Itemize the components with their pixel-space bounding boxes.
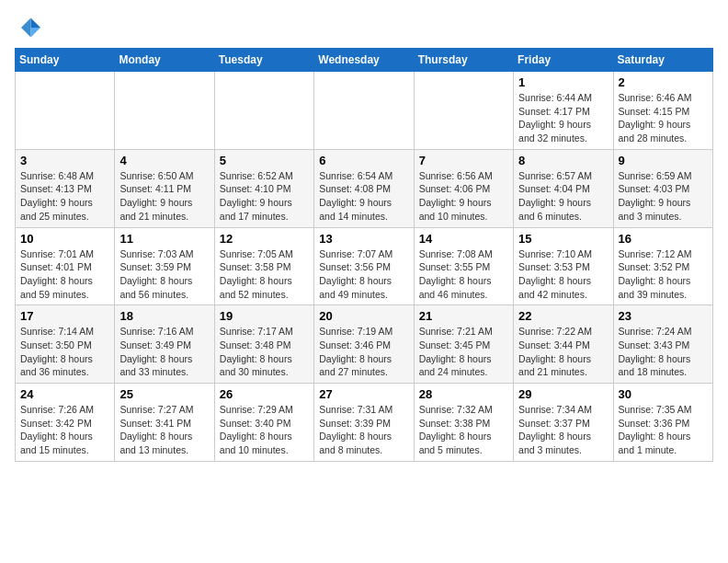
day-number: 16 [619, 232, 708, 246]
day-info: Sunrise: 7:17 AM Sunset: 3:48 PM Dayligh… [220, 325, 309, 379]
weekday-header: Thursday [414, 49, 513, 72]
calendar-cell: 6Sunrise: 6:54 AM Sunset: 4:08 PM Daylig… [314, 149, 414, 227]
day-number: 23 [619, 309, 708, 323]
day-info: Sunrise: 7:26 AM Sunset: 3:42 PM Dayligh… [20, 403, 109, 457]
calendar-cell: 12Sunrise: 7:05 AM Sunset: 3:58 PM Dayli… [214, 227, 313, 305]
weekday-header: Tuesday [214, 49, 313, 72]
calendar-cell: 5Sunrise: 6:52 AM Sunset: 4:10 PM Daylig… [214, 149, 313, 227]
day-info: Sunrise: 7:07 AM Sunset: 3:56 PM Dayligh… [319, 247, 408, 302]
day-number: 7 [419, 154, 508, 167]
day-number: 15 [518, 232, 608, 246]
day-info: Sunrise: 7:03 AM Sunset: 3:59 PM Dayligh… [119, 247, 209, 302]
day-number: 20 [319, 309, 408, 323]
day-info: Sunrise: 6:48 AM Sunset: 4:13 PM Dayligh… [20, 169, 109, 224]
calendar-cell: 19Sunrise: 7:17 AM Sunset: 3:48 PM Dayli… [214, 305, 313, 384]
calendar-header: SundayMondayTuesdayWednesdayThursdayFrid… [16, 49, 713, 72]
svg-marker-0 [31, 18, 41, 29]
weekday-header: Sunday [16, 49, 115, 72]
calendar-cell [16, 72, 115, 150]
calendar-cell: 17Sunrise: 7:14 AM Sunset: 3:50 PM Dayli… [16, 305, 115, 384]
day-info: Sunrise: 7:34 AM Sunset: 3:37 PM Dayligh… [518, 403, 608, 457]
calendar-cell: 10Sunrise: 7:01 AM Sunset: 4:01 PM Dayli… [16, 227, 115, 305]
calendar-cell: 14Sunrise: 7:08 AM Sunset: 3:55 PM Dayli… [414, 227, 513, 305]
day-info: Sunrise: 6:50 AM Sunset: 4:11 PM Dayligh… [119, 169, 209, 224]
day-number: 18 [119, 309, 209, 323]
day-number: 10 [20, 232, 109, 246]
day-number: 12 [220, 232, 309, 246]
day-number: 11 [119, 232, 209, 246]
calendar-cell: 4Sunrise: 6:50 AM Sunset: 4:11 PM Daylig… [115, 149, 214, 227]
svg-marker-1 [31, 28, 41, 38]
calendar-cell: 7Sunrise: 6:56 AM Sunset: 4:06 PM Daylig… [414, 149, 513, 227]
day-info: Sunrise: 7:35 AM Sunset: 3:36 PM Dayligh… [619, 403, 708, 457]
day-info: Sunrise: 7:14 AM Sunset: 3:50 PM Dayligh… [20, 325, 109, 379]
day-info: Sunrise: 6:54 AM Sunset: 4:08 PM Dayligh… [319, 169, 408, 224]
calendar-cell: 8Sunrise: 6:57 AM Sunset: 4:04 PM Daylig… [514, 149, 613, 227]
calendar-cell: 3Sunrise: 6:48 AM Sunset: 4:13 PM Daylig… [16, 149, 115, 227]
calendar-cell: 27Sunrise: 7:31 AM Sunset: 3:39 PM Dayli… [314, 384, 414, 462]
logo-icon [15, 15, 40, 40]
day-number: 8 [518, 154, 608, 167]
calendar-week-row: 17Sunrise: 7:14 AM Sunset: 3:50 PM Dayli… [16, 305, 713, 384]
day-info: Sunrise: 7:12 AM Sunset: 3:52 PM Dayligh… [619, 247, 708, 302]
day-info: Sunrise: 7:05 AM Sunset: 3:58 PM Dayligh… [220, 247, 309, 302]
calendar-cell [314, 72, 414, 150]
calendar-cell: 29Sunrise: 7:34 AM Sunset: 3:37 PM Dayli… [514, 384, 613, 462]
calendar-cell [115, 72, 214, 150]
day-info: Sunrise: 6:46 AM Sunset: 4:15 PM Dayligh… [619, 91, 708, 145]
calendar-cell: 1Sunrise: 6:44 AM Sunset: 4:17 PM Daylig… [514, 72, 613, 150]
calendar-cell: 16Sunrise: 7:12 AM Sunset: 3:52 PM Dayli… [613, 227, 712, 305]
calendar-cell: 9Sunrise: 6:59 AM Sunset: 4:03 PM Daylig… [613, 149, 712, 227]
calendar-cell: 28Sunrise: 7:32 AM Sunset: 3:38 PM Dayli… [414, 384, 513, 462]
day-number: 28 [419, 387, 508, 401]
day-number: 4 [119, 154, 209, 167]
logo [15, 15, 44, 40]
calendar-week-row: 3Sunrise: 6:48 AM Sunset: 4:13 PM Daylig… [16, 149, 713, 227]
day-info: Sunrise: 7:32 AM Sunset: 3:38 PM Dayligh… [419, 403, 508, 457]
day-number: 14 [419, 232, 508, 246]
day-info: Sunrise: 7:21 AM Sunset: 3:45 PM Dayligh… [419, 325, 508, 379]
weekday-header: Monday [115, 49, 214, 72]
day-info: Sunrise: 7:27 AM Sunset: 3:41 PM Dayligh… [119, 403, 209, 457]
calendar-cell: 2Sunrise: 6:46 AM Sunset: 4:15 PM Daylig… [613, 72, 712, 150]
day-number: 9 [619, 154, 708, 167]
weekday-header: Saturday [613, 49, 712, 72]
day-info: Sunrise: 7:22 AM Sunset: 3:44 PM Dayligh… [518, 325, 608, 379]
day-number: 27 [319, 387, 408, 401]
day-number: 2 [619, 75, 708, 89]
day-number: 21 [419, 309, 508, 323]
day-info: Sunrise: 7:31 AM Sunset: 3:39 PM Dayligh… [319, 403, 408, 457]
day-number: 25 [119, 387, 209, 401]
day-number: 26 [220, 387, 309, 401]
weekday-header: Wednesday [314, 49, 414, 72]
day-number: 5 [220, 154, 309, 167]
calendar-cell: 21Sunrise: 7:21 AM Sunset: 3:45 PM Dayli… [414, 305, 513, 384]
calendar-cell: 15Sunrise: 7:10 AM Sunset: 3:53 PM Dayli… [514, 227, 613, 305]
day-info: Sunrise: 7:29 AM Sunset: 3:40 PM Dayligh… [220, 403, 309, 457]
day-info: Sunrise: 7:19 AM Sunset: 3:46 PM Dayligh… [319, 325, 408, 379]
day-number: 6 [319, 154, 408, 167]
day-info: Sunrise: 7:16 AM Sunset: 3:49 PM Dayligh… [119, 325, 209, 379]
calendar-cell: 25Sunrise: 7:27 AM Sunset: 3:41 PM Dayli… [115, 384, 214, 462]
day-info: Sunrise: 7:10 AM Sunset: 3:53 PM Dayligh… [518, 247, 608, 302]
calendar-cell: 24Sunrise: 7:26 AM Sunset: 3:42 PM Dayli… [16, 384, 115, 462]
calendar-week-row: 1Sunrise: 6:44 AM Sunset: 4:17 PM Daylig… [16, 72, 713, 150]
day-number: 13 [319, 232, 408, 246]
day-number: 3 [20, 154, 109, 167]
calendar-cell: 18Sunrise: 7:16 AM Sunset: 3:49 PM Dayli… [115, 305, 214, 384]
page-header [15, 15, 713, 40]
day-number: 22 [518, 309, 608, 323]
calendar-cell: 11Sunrise: 7:03 AM Sunset: 3:59 PM Dayli… [115, 227, 214, 305]
day-info: Sunrise: 6:59 AM Sunset: 4:03 PM Dayligh… [619, 169, 708, 224]
calendar-cell: 23Sunrise: 7:24 AM Sunset: 3:43 PM Dayli… [613, 305, 712, 384]
day-number: 29 [518, 387, 608, 401]
day-info: Sunrise: 6:57 AM Sunset: 4:04 PM Dayligh… [518, 169, 608, 224]
day-number: 17 [20, 309, 109, 323]
calendar-week-row: 10Sunrise: 7:01 AM Sunset: 4:01 PM Dayli… [16, 227, 713, 305]
calendar-cell: 22Sunrise: 7:22 AM Sunset: 3:44 PM Dayli… [514, 305, 613, 384]
day-info: Sunrise: 6:44 AM Sunset: 4:17 PM Dayligh… [518, 91, 608, 145]
day-info: Sunrise: 6:56 AM Sunset: 4:06 PM Dayligh… [419, 169, 508, 224]
calendar-cell: 20Sunrise: 7:19 AM Sunset: 3:46 PM Dayli… [314, 305, 414, 384]
day-info: Sunrise: 7:08 AM Sunset: 3:55 PM Dayligh… [419, 247, 508, 302]
calendar-cell: 13Sunrise: 7:07 AM Sunset: 3:56 PM Dayli… [314, 227, 414, 305]
